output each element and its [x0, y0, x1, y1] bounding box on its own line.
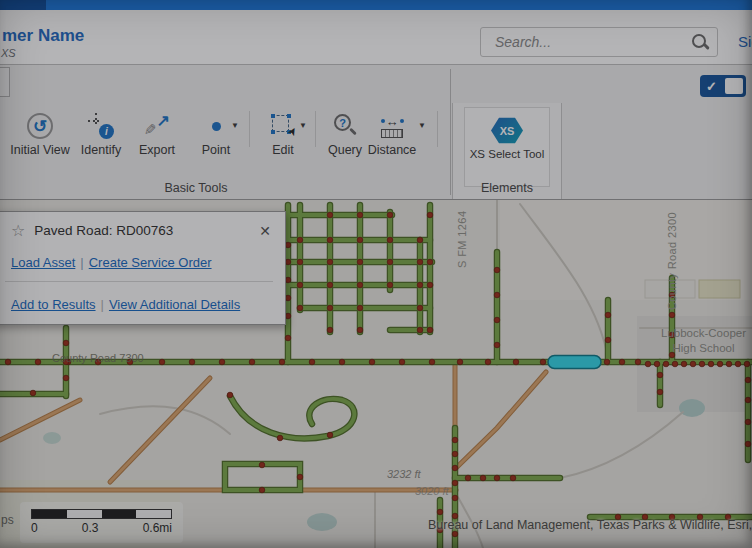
asset-dot[interactable]: [494, 292, 500, 298]
asset-dot[interactable]: [369, 359, 375, 365]
asset-dot[interactable]: [285, 277, 291, 283]
asset-dot[interactable]: [285, 242, 291, 248]
search-input[interactable]: [493, 33, 691, 51]
asset-dot[interactable]: [417, 237, 423, 243]
asset-dot[interactable]: [249, 359, 255, 365]
asset-dot[interactable]: [285, 259, 291, 265]
asset-dot[interactable]: [327, 282, 333, 288]
asset-dot[interactable]: [717, 361, 723, 367]
asset-dot[interactable]: [357, 282, 363, 288]
asset-dot[interactable]: [357, 237, 363, 243]
point-dropdown-icon[interactable]: ▼: [231, 121, 239, 130]
edit-dropdown-icon[interactable]: ▼: [299, 121, 307, 130]
asset-dot[interactable]: [494, 317, 500, 323]
asset-dot[interactable]: [279, 359, 285, 365]
asset-dot[interactable]: [669, 312, 675, 318]
asset-dot[interactable]: [357, 259, 363, 265]
map-viewport[interactable]: S FM 1264 County Road 2300 County Road 7…: [0, 200, 752, 548]
asset-dot[interactable]: [357, 305, 363, 311]
asset-dot[interactable]: [277, 435, 283, 441]
asset-dot[interactable]: [429, 359, 435, 365]
asset-dot[interactable]: [417, 259, 423, 265]
asset-dot[interactable]: [654, 361, 660, 367]
asset-dot[interactable]: [645, 361, 651, 367]
asset-dot[interactable]: [494, 475, 500, 481]
asset-dot[interactable]: [327, 432, 333, 438]
asset-dot[interactable]: [35, 359, 41, 365]
asset-dot[interactable]: [452, 531, 458, 537]
asset-dot[interactable]: [494, 342, 500, 348]
asset-dot[interactable]: [285, 335, 291, 341]
asset-dot[interactable]: [745, 397, 751, 403]
asset-dot[interactable]: [297, 474, 303, 480]
asset-dot[interactable]: [494, 267, 500, 273]
asset-dot[interactable]: [635, 359, 641, 365]
asset-dot[interactable]: [672, 361, 678, 367]
asset-dot[interactable]: [339, 359, 345, 365]
asset-dot[interactable]: [327, 212, 333, 218]
asset-dot[interactable]: [417, 305, 423, 311]
search-box[interactable]: [480, 27, 718, 57]
asset-dot[interactable]: [30, 390, 36, 396]
asset-dot[interactable]: [735, 361, 741, 367]
asset-dot[interactable]: [327, 237, 333, 243]
asset-dot[interactable]: [452, 451, 458, 457]
asset-dot[interactable]: [427, 282, 433, 288]
asset-dot[interactable]: [657, 372, 663, 378]
asset-dot[interactable]: [285, 295, 291, 301]
asset-dot[interactable]: [427, 212, 433, 218]
asset-dot[interactable]: [327, 327, 333, 333]
asset-dot[interactable]: [63, 340, 69, 346]
asset-dot[interactable]: [690, 361, 696, 367]
asset-dot[interactable]: [437, 509, 443, 515]
asset-dot[interactable]: [663, 361, 669, 367]
asset-dot[interactable]: [605, 337, 611, 343]
asset-dot[interactable]: [219, 359, 225, 365]
asset-dot[interactable]: [189, 359, 195, 365]
asset-dot[interactable]: [357, 327, 363, 333]
asset-dot[interactable]: [510, 475, 516, 481]
asset-dot[interactable]: [452, 480, 458, 486]
load-asset-link[interactable]: Load Asset: [11, 255, 75, 270]
asset-dot[interactable]: [327, 305, 333, 311]
asset-dot[interactable]: [457, 359, 463, 365]
asset-dot[interactable]: [708, 361, 714, 367]
create-service-order-link[interactable]: Create Service Order: [89, 255, 212, 270]
edit-button[interactable]: ➤ Edit: [254, 109, 312, 157]
close-icon[interactable]: ✕: [257, 223, 273, 239]
asset-dot[interactable]: [297, 305, 303, 311]
asset-dot[interactable]: [452, 495, 458, 501]
asset-dot[interactable]: [227, 392, 233, 398]
initial-view-button[interactable]: ↺ Initial View: [8, 109, 72, 157]
asset-dot[interactable]: [357, 212, 363, 218]
asset-dot[interactable]: [259, 487, 265, 493]
asset-dot[interactable]: [465, 475, 471, 481]
asset-dot[interactable]: [540, 359, 546, 365]
asset-dot[interactable]: [427, 259, 433, 265]
ribbon-tab-notch[interactable]: [0, 67, 10, 97]
asset-dot[interactable]: [159, 359, 165, 365]
asset-dot[interactable]: [427, 327, 433, 333]
export-button[interactable]: ✎ ↗ Export: [128, 109, 186, 157]
asset-dot[interactable]: [745, 441, 751, 447]
asset-dot[interactable]: [297, 237, 303, 243]
asset-dot[interactable]: [699, 361, 705, 367]
asset-dot[interactable]: [387, 237, 393, 243]
asset-dot[interactable]: [619, 359, 625, 365]
asset-dot[interactable]: [485, 359, 491, 365]
asset-dot[interactable]: [387, 282, 393, 288]
star-icon[interactable]: ☆: [11, 221, 25, 240]
asset-dot[interactable]: [605, 312, 611, 318]
asset-dot[interactable]: [297, 282, 303, 288]
asset-dot[interactable]: [604, 359, 610, 365]
asset-dot[interactable]: [399, 359, 405, 365]
distance-dropdown-icon[interactable]: ▼: [418, 121, 426, 130]
ribbon-toggle[interactable]: ✓: [700, 75, 746, 97]
asset-dot[interactable]: [681, 361, 687, 367]
asset-dot[interactable]: [726, 361, 732, 367]
asset-dot[interactable]: [285, 313, 291, 319]
asset-dot[interactable]: [513, 359, 519, 365]
asset-dot[interactable]: [5, 359, 11, 365]
asset-dot[interactable]: [387, 259, 393, 265]
selected-road-segment[interactable]: [548, 356, 601, 369]
